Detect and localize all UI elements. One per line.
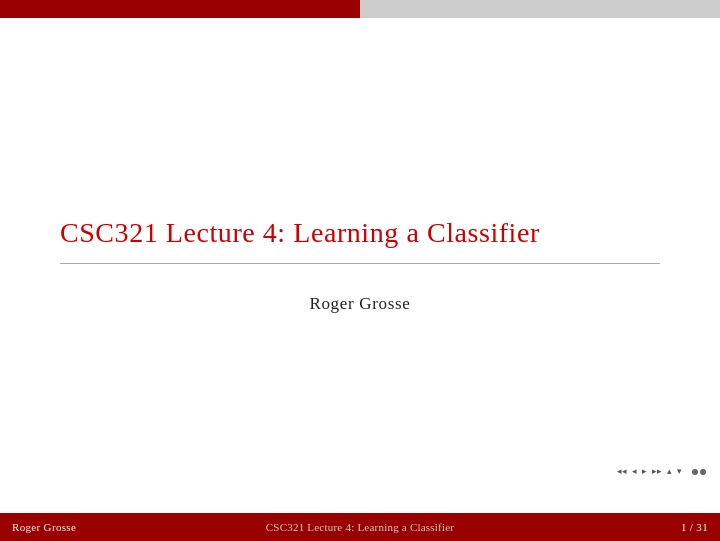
bottom-bar: Roger Grosse CSC321 Lecture 4: Learning … <box>0 513 720 541</box>
nav-up-btn[interactable]: ▴ <box>666 466 673 477</box>
nav-next-btn[interactable]: ▸ <box>641 466 648 477</box>
slide-area: CSC321 Lecture 4: Learning a Classifier … <box>0 18 720 513</box>
bottom-bar-title: CSC321 Lecture 4: Learning a Classifier <box>266 521 455 533</box>
nav-prev-prev-btn[interactable]: ◂◂ <box>616 466 628 477</box>
top-bar-red <box>0 0 360 18</box>
nav-circle-1 <box>692 469 698 475</box>
top-bar <box>0 0 720 18</box>
nav-prev-btn[interactable]: ◂ <box>631 466 638 477</box>
bottom-bar-page: 1 / 31 <box>681 521 708 533</box>
slide-author: Roger Grosse <box>309 294 410 314</box>
nav-circles <box>692 469 706 475</box>
nav-circle-2 <box>700 469 706 475</box>
nav-down-btn[interactable]: ▾ <box>676 466 683 477</box>
nav-controls: ◂◂ ◂ ▸ ▸▸ ▴ ▾ <box>616 466 706 477</box>
slide-title: CSC321 Lecture 4: Learning a Classifier <box>60 217 660 249</box>
slide-title-block: CSC321 Lecture 4: Learning a Classifier <box>60 217 660 264</box>
nav-next-next-btn[interactable]: ▸▸ <box>651 466 663 477</box>
bottom-bar-author: Roger Grosse <box>12 521 76 533</box>
top-bar-gray <box>360 0 720 18</box>
